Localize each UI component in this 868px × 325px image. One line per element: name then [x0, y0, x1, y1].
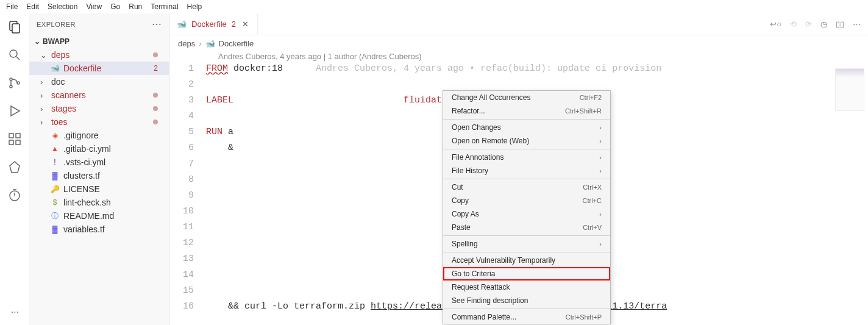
- gitlab-icon[interactable]: [7, 160, 22, 174]
- docker-icon: 🐋: [177, 20, 187, 29]
- line-number: 3: [169, 93, 206, 109]
- tab-actions: ↩○ ⟲ ⟳ ◷ ▯▯ ⋯: [770, 20, 868, 29]
- line-number: 6: [169, 140, 206, 156]
- menu-item-go-to-criteria[interactable]: Go to Criteria: [443, 267, 610, 280]
- line-number: 12: [169, 235, 206, 251]
- sidebar-item-variables-tf[interactable]: ▓variables.tf: [29, 223, 169, 236]
- svg-marker-12: [10, 162, 20, 173]
- line-number: 1: [169, 61, 206, 77]
- sidebar-item-toes[interactable]: ›toes: [29, 115, 169, 129]
- modified-dot-icon: [153, 52, 158, 57]
- sidebar-item-stages[interactable]: ›stages: [29, 102, 169, 115]
- sidebar-item-scanners[interactable]: ›scanners: [29, 88, 169, 102]
- sidebar: EXPLORER ⋯ ⌄BWAPP ⌄deps 🐋Dockerfile2 ›do…: [29, 13, 169, 325]
- menu-item-accept-vuln[interactable]: Accept Vulnerability Temporarily: [443, 254, 610, 267]
- more-icon[interactable]: ⋯: [7, 304, 22, 319]
- modified-dot-icon: [153, 106, 158, 111]
- menu-item-spelling[interactable]: Spelling›: [443, 237, 610, 251]
- svg-rect-8: [9, 134, 13, 138]
- sidebar-item-gitlab-ci[interactable]: ▲.gitlab-ci.yml: [29, 142, 169, 155]
- menu-item-copy[interactable]: CopyCtrl+C: [443, 194, 610, 207]
- menu-file[interactable]: File: [2, 1, 21, 12]
- sidebar-item-lint-check[interactable]: $lint-check.sh: [29, 196, 169, 209]
- menu-item-file-annotations[interactable]: File Annotations›: [443, 151, 610, 164]
- line-number: 10: [169, 204, 206, 220]
- line-number: 8: [169, 172, 206, 188]
- activitybar: ⋯: [0, 13, 29, 325]
- sidebar-more-icon[interactable]: ⋯: [152, 18, 162, 30]
- tab-label: Dockerfile: [191, 20, 227, 29]
- menu-item-open-remote[interactable]: Open on Remote (Web)›: [443, 134, 610, 148]
- minimap[interactable]: [835, 68, 864, 111]
- menu-item-change-all[interactable]: Change All OccurrencesCtrl+F2: [443, 91, 610, 104]
- chevron-right-icon: ›: [599, 154, 602, 161]
- sidebar-item-license[interactable]: 🔑LICENSE: [29, 182, 169, 196]
- gitlab-file-icon: ▲: [50, 144, 60, 154]
- chevron-right-icon: ›: [599, 137, 602, 145]
- svg-point-4: [10, 78, 12, 80]
- docker-icon: 🐋: [205, 39, 215, 48]
- line-number: 5: [169, 124, 206, 140]
- menu-item-open-changes[interactable]: Open Changes›: [443, 121, 610, 134]
- line-number: 16: [169, 299, 206, 315]
- line-number: 9: [169, 188, 206, 204]
- sidebar-item-dockerfile[interactable]: 🐋Dockerfile2: [29, 62, 169, 75]
- line-number: 15: [169, 283, 206, 299]
- menu-item-request-reattack[interactable]: Request Reattack: [443, 280, 610, 294]
- menu-item-file-history[interactable]: File History›: [443, 164, 610, 177]
- svg-rect-10: [9, 140, 13, 145]
- chevron-right-icon: ›: [599, 167, 602, 174]
- menu-item-refactor[interactable]: Refactor...Ctrl+Shift+R: [443, 104, 610, 118]
- tab-badge: 2: [232, 20, 236, 29]
- explorer-icon[interactable]: [7, 20, 22, 34]
- codelens[interactable]: Andres Cuberos, 4 years ago | 1 author (…: [169, 52, 868, 61]
- line-number: 13: [169, 251, 206, 267]
- menu-item-see-finding[interactable]: See Finding description: [443, 294, 610, 307]
- timer-icon[interactable]: [7, 188, 22, 202]
- menu-run[interactable]: Run: [125, 1, 146, 12]
- menubar: File Edit Selection View Go Run Terminal…: [0, 0, 868, 13]
- editor-area: 🐋 Dockerfile 2 ✕ ↩○ ⟲ ⟳ ◷ ▯▯ ⋯ deps › 🐋 …: [169, 13, 868, 325]
- sidebar-item-doc[interactable]: ›doc: [29, 75, 169, 88]
- menu-terminal[interactable]: Terminal: [147, 1, 182, 12]
- menu-selection[interactable]: Selection: [44, 1, 81, 12]
- sidebar-item-vsts-ci[interactable]: !.vsts-ci.yml: [29, 155, 169, 169]
- git-icon: ◈: [50, 130, 60, 140]
- menu-edit[interactable]: Edit: [23, 1, 43, 12]
- terraform-icon: ▓: [50, 224, 60, 234]
- sidebar-title: EXPLORER: [37, 21, 76, 28]
- diff-icon[interactable]: ◷: [820, 20, 827, 29]
- menu-go[interactable]: Go: [107, 1, 124, 12]
- sidebar-item-readme[interactable]: ⓘREADME.md: [29, 209, 169, 223]
- tab-bar: 🐋 Dockerfile 2 ✕ ↩○ ⟲ ⟳ ◷ ▯▯ ⋯: [169, 13, 868, 35]
- sidebar-item-deps[interactable]: ⌄deps: [29, 48, 169, 62]
- menu-item-cut[interactable]: CutCtrl+X: [443, 180, 610, 194]
- extensions-icon[interactable]: [7, 132, 22, 146]
- tab-dockerfile[interactable]: 🐋 Dockerfile 2 ✕: [169, 13, 258, 35]
- breadcrumb-seg[interactable]: deps: [178, 39, 195, 48]
- prev-change-icon[interactable]: ⟲: [790, 20, 797, 29]
- close-tab-icon[interactable]: ✕: [241, 20, 250, 29]
- sidebar-item-gitignore[interactable]: ◈.gitignore: [29, 129, 169, 142]
- source-control-icon[interactable]: [7, 76, 22, 90]
- search-icon[interactable]: [7, 48, 22, 62]
- svg-point-5: [10, 85, 12, 88]
- problems-badge: 2: [154, 64, 158, 73]
- terraform-icon: ▓: [50, 171, 60, 180]
- more-actions-icon[interactable]: ⋯: [853, 20, 861, 29]
- menu-view[interactable]: View: [82, 1, 105, 12]
- breadcrumb-seg[interactable]: Dockerfile: [219, 39, 254, 48]
- chevron-right-icon: ›: [199, 39, 201, 48]
- tree-root[interactable]: ⌄BWAPP: [29, 35, 169, 48]
- menu-item-copy-as[interactable]: Copy As›: [443, 207, 610, 221]
- menu-help[interactable]: Help: [183, 1, 206, 12]
- menu-item-paste[interactable]: PasteCtrl+V: [443, 221, 610, 234]
- revert-icon[interactable]: ↩○: [770, 20, 781, 29]
- breadcrumb[interactable]: deps › 🐋 Dockerfile: [169, 35, 868, 52]
- sidebar-item-clusters-tf[interactable]: ▓clusters.tf: [29, 169, 169, 182]
- next-change-icon[interactable]: ⟳: [805, 20, 812, 29]
- run-debug-icon[interactable]: [7, 104, 22, 118]
- menu-item-command-palette[interactable]: Command Palette...Ctrl+Shift+P: [443, 310, 610, 324]
- svg-marker-7: [11, 106, 20, 116]
- split-editor-icon[interactable]: ▯▯: [836, 20, 844, 29]
